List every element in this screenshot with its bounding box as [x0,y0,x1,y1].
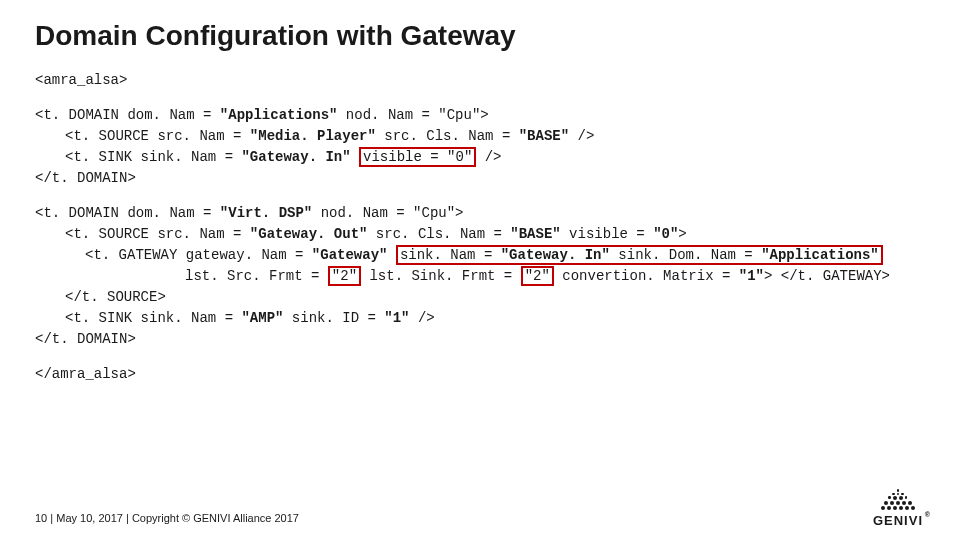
logo-text: GENIVI® [873,513,923,528]
code-line: <t. DOMAIN dom. Nam = "Virt. DSP" nod. N… [35,203,923,224]
code-line: <t. GATEWAY gateway. Nam = "Gateway" sin… [35,245,923,266]
footer: 10 | May 10, 2017 | Copyright © GENIVI A… [35,512,299,524]
code-line: <t. SINK sink. Nam = "Gateway. In" visib… [35,147,923,168]
footer-date: May 10, 2017 [56,512,123,524]
code-line: </amra_alsa> [35,364,923,385]
page-number: 10 [35,512,47,524]
code-line: </t. DOMAIN> [35,329,923,350]
code-line: lst. Src. Frmt = "2" lst. Sink. Frmt = "… [35,266,923,287]
registered-icon: ® [925,511,931,518]
code-line: </t. SOURCE> [35,287,923,308]
highlight-box-visible-0: visible = "0" [359,147,476,167]
code-line: <t. DOMAIN dom. Nam = "Applications" nod… [35,105,923,126]
code-line: </t. DOMAIN> [35,168,923,189]
highlight-box-sink-domain: sink. Nam = "Gateway. In" sink. Dom. Nam… [396,245,883,265]
footer-copyright: Copyright © GENIVI Alliance 2017 [132,512,299,524]
genivi-logo: GENIVI® [873,489,923,528]
code-line: <t. SOURCE src. Nam = "Media. Player" sr… [35,126,923,147]
code-line: <amra_alsa> [35,70,923,91]
highlight-box-sink-frmt: "2" [521,266,554,286]
code-line: <t. SINK sink. Nam = "AMP" sink. ID = "1… [35,308,923,329]
logo-icon [873,489,923,511]
code-block: <amra_alsa> <t. DOMAIN dom. Nam = "Appli… [35,70,923,385]
highlight-box-src-frmt: "2" [328,266,361,286]
code-line: <t. SOURCE src. Nam = "Gateway. Out" src… [35,224,923,245]
page-title: Domain Configuration with Gateway [35,20,923,52]
